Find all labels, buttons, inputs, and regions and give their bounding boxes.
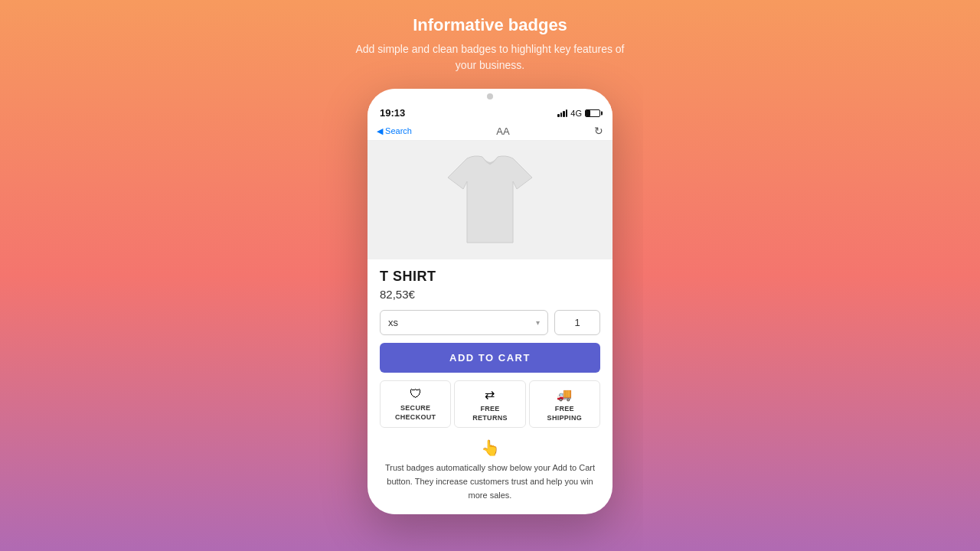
signal-bar-1 — [557, 114, 560, 117]
free-returns-label: FREERETURNS — [472, 405, 508, 422]
chevron-down-icon: ▾ — [536, 318, 540, 327]
quantity-input[interactable] — [554, 310, 600, 335]
browser-aa[interactable]: AA — [496, 126, 509, 137]
phone-notch — [368, 89, 612, 104]
size-select[interactable]: xs ▾ — [380, 310, 548, 335]
signal-bar-2 — [560, 112, 563, 117]
footer-text: Trust badges automatically show below yo… — [380, 461, 600, 502]
returns-icon: ⇄ — [485, 387, 495, 402]
secure-checkout-label: SECURECHECKOUT — [395, 404, 436, 422]
trust-badge-free-shipping: 🚚 FREESHIPPING — [529, 380, 600, 428]
signal-bar-4 — [566, 109, 568, 117]
page-subtitle: Add simple and clean badges to highlight… — [352, 41, 628, 73]
product-name: T SHIRT — [380, 269, 600, 285]
pointing-hand-emoji: 👆 — [380, 439, 600, 457]
browser-refresh-button[interactable]: ↻ — [594, 125, 603, 137]
browser-back-button[interactable]: ◀ Search — [377, 126, 412, 136]
signal-bars — [557, 109, 567, 117]
size-value: xs — [388, 317, 398, 328]
shipping-icon: 🚚 — [557, 387, 572, 402]
phone-mockup: 19:13 4G ◀ Search AA ↻ — [368, 89, 612, 514]
trust-badge-free-returns: ⇄ FREERETURNS — [454, 380, 525, 428]
signal-bar-3 — [563, 111, 565, 117]
trust-badge-secure-checkout: 🛡 SECURECHECKOUT — [380, 380, 451, 428]
network-type: 4G — [570, 109, 582, 118]
add-to-cart-button[interactable]: ADD TO CART — [380, 343, 600, 373]
status-bar: 19:13 4G — [368, 104, 612, 122]
status-time: 19:13 — [380, 107, 405, 119]
browser-bar: ◀ Search AA ↻ — [368, 122, 612, 141]
bottom-section: 👆 Trust badges automatically show below … — [368, 435, 612, 514]
battery-fill — [586, 110, 590, 116]
trust-badges: 🛡 SECURECHECKOUT ⇄ FREERETURNS 🚚 FREESHI… — [380, 380, 600, 428]
page-title: Informative badges — [352, 15, 628, 35]
phone-dot — [487, 93, 493, 99]
battery-icon — [585, 109, 600, 117]
product-price: 82,53€ — [380, 288, 600, 301]
product-image — [444, 151, 536, 250]
shield-icon: 🛡 — [410, 387, 422, 401]
status-icons: 4G — [557, 109, 600, 118]
product-controls: xs ▾ — [380, 310, 600, 335]
product-info: T SHIRT 82,53€ xs ▾ ADD TO CART 🛡 SECURE… — [368, 259, 612, 428]
product-image-area — [368, 141, 612, 259]
free-shipping-label: FREESHIPPING — [547, 405, 582, 422]
